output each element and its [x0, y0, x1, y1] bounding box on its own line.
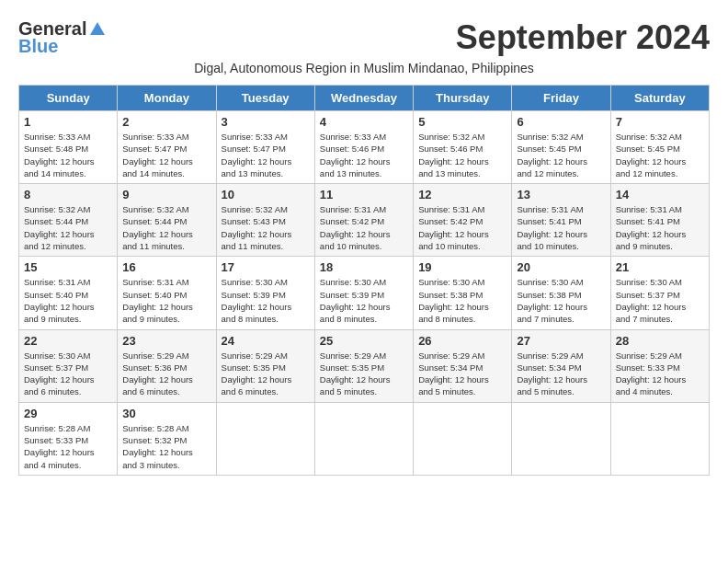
header-monday: Monday — [118, 86, 216, 111]
day-info: Sunrise: 5:30 AM Sunset: 5:38 PM Dayligh… — [517, 276, 605, 325]
day-info: Sunrise: 5:31 AM Sunset: 5:41 PM Dayligh… — [616, 203, 704, 252]
table-row: 23 Sunrise: 5:29 AM Sunset: 5:36 PM Dayl… — [118, 329, 216, 402]
header-tuesday: Tuesday — [216, 86, 314, 111]
table-row: 4 Sunrise: 5:33 AM Sunset: 5:46 PM Dayli… — [314, 111, 413, 184]
table-row: 28 Sunrise: 5:29 AM Sunset: 5:33 PM Dayl… — [610, 329, 709, 402]
calendar-week-row: 15 Sunrise: 5:31 AM Sunset: 5:40 PM Dayl… — [19, 257, 710, 329]
table-row: 1 Sunrise: 5:33 AM Sunset: 5:48 PM Dayli… — [19, 111, 118, 184]
day-number: 19 — [418, 260, 506, 274]
header-friday: Friday — [512, 86, 610, 111]
page-header: General Blue September 2024 — [18, 18, 710, 57]
day-number: 9 — [122, 188, 210, 201]
subtitle: Digal, Autonomous Region in Muslim Minda… — [18, 61, 710, 75]
table-row: 5 Sunrise: 5:32 AM Sunset: 5:46 PM Dayli… — [414, 111, 512, 184]
day-number: 28 — [616, 334, 704, 348]
table-row: 29 Sunrise: 5:28 AM Sunset: 5:33 PM Dayl… — [19, 402, 118, 475]
table-row — [314, 402, 413, 475]
table-row: 22 Sunrise: 5:30 AM Sunset: 5:37 PM Dayl… — [19, 329, 118, 402]
day-info: Sunrise: 5:29 AM Sunset: 5:35 PM Dayligh… — [222, 350, 310, 398]
header-thursday: Thursday — [414, 86, 512, 111]
table-row: 13 Sunrise: 5:31 AM Sunset: 5:41 PM Dayl… — [512, 184, 610, 257]
day-info: Sunrise: 5:30 AM Sunset: 5:38 PM Dayligh… — [418, 276, 506, 325]
day-info: Sunrise: 5:33 AM Sunset: 5:47 PM Dayligh… — [122, 131, 210, 179]
calendar-week-row: 22 Sunrise: 5:30 AM Sunset: 5:37 PM Dayl… — [19, 329, 710, 402]
day-info: Sunrise: 5:31 AM Sunset: 5:40 PM Dayligh… — [24, 276, 112, 325]
day-number: 12 — [418, 188, 506, 201]
day-info: Sunrise: 5:33 AM Sunset: 5:46 PM Dayligh… — [320, 131, 408, 179]
day-info: Sunrise: 5:29 AM Sunset: 5:34 PM Dayligh… — [418, 350, 506, 398]
day-number: 25 — [320, 334, 408, 348]
calendar-week-row: 29 Sunrise: 5:28 AM Sunset: 5:33 PM Dayl… — [19, 402, 710, 475]
header-saturday: Saturday — [610, 86, 709, 111]
table-row: 17 Sunrise: 5:30 AM Sunset: 5:39 PM Dayl… — [216, 257, 314, 329]
logo-icon — [88, 20, 107, 39]
day-info: Sunrise: 5:28 AM Sunset: 5:32 PM Dayligh… — [122, 422, 210, 471]
calendar-table: Sunday Monday Tuesday Wednesday Thursday… — [18, 85, 710, 476]
table-row: 15 Sunrise: 5:31 AM Sunset: 5:40 PM Dayl… — [19, 257, 118, 329]
day-number: 2 — [122, 115, 210, 129]
month-title: September 2024 — [456, 18, 710, 57]
table-row: 12 Sunrise: 5:31 AM Sunset: 5:42 PM Dayl… — [414, 184, 512, 257]
day-info: Sunrise: 5:32 AM Sunset: 5:45 PM Dayligh… — [616, 131, 704, 179]
table-row: 3 Sunrise: 5:33 AM Sunset: 5:47 PM Dayli… — [216, 111, 314, 184]
day-info: Sunrise: 5:33 AM Sunset: 5:48 PM Dayligh… — [24, 131, 112, 179]
day-number: 1 — [24, 115, 112, 129]
day-number: 18 — [320, 260, 408, 274]
day-number: 24 — [222, 334, 310, 348]
table-row: 30 Sunrise: 5:28 AM Sunset: 5:32 PM Dayl… — [118, 402, 216, 475]
table-row — [414, 402, 512, 475]
day-info: Sunrise: 5:32 AM Sunset: 5:44 PM Dayligh… — [122, 203, 210, 252]
day-number: 21 — [616, 260, 704, 274]
table-row: 6 Sunrise: 5:32 AM Sunset: 5:45 PM Dayli… — [512, 111, 610, 184]
day-info: Sunrise: 5:32 AM Sunset: 5:43 PM Dayligh… — [222, 203, 310, 252]
day-number: 4 — [320, 115, 408, 129]
day-number: 17 — [222, 260, 310, 274]
calendar-week-row: 1 Sunrise: 5:33 AM Sunset: 5:48 PM Dayli… — [19, 111, 710, 184]
day-info: Sunrise: 5:29 AM Sunset: 5:35 PM Dayligh… — [320, 350, 408, 398]
day-info: Sunrise: 5:31 AM Sunset: 5:42 PM Dayligh… — [320, 203, 408, 252]
logo-blue-text: Blue — [18, 36, 58, 57]
table-row: 25 Sunrise: 5:29 AM Sunset: 5:35 PM Dayl… — [314, 329, 413, 402]
day-info: Sunrise: 5:31 AM Sunset: 5:40 PM Dayligh… — [122, 276, 210, 325]
table-row: 16 Sunrise: 5:31 AM Sunset: 5:40 PM Dayl… — [118, 257, 216, 329]
day-number: 16 — [122, 260, 210, 274]
day-info: Sunrise: 5:32 AM Sunset: 5:46 PM Dayligh… — [418, 131, 506, 179]
logo: General Blue — [18, 18, 107, 57]
day-info: Sunrise: 5:30 AM Sunset: 5:39 PM Dayligh… — [320, 276, 408, 325]
day-number: 8 — [24, 188, 112, 201]
table-row: 18 Sunrise: 5:30 AM Sunset: 5:39 PM Dayl… — [314, 257, 413, 329]
header-sunday: Sunday — [19, 86, 118, 111]
day-number: 23 — [122, 334, 210, 348]
header-wednesday: Wednesday — [314, 86, 413, 111]
table-row: 7 Sunrise: 5:32 AM Sunset: 5:45 PM Dayli… — [610, 111, 709, 184]
day-info: Sunrise: 5:31 AM Sunset: 5:42 PM Dayligh… — [418, 203, 506, 252]
day-number: 15 — [24, 260, 112, 274]
table-row — [610, 402, 709, 475]
table-row: 19 Sunrise: 5:30 AM Sunset: 5:38 PM Dayl… — [414, 257, 512, 329]
day-info: Sunrise: 5:32 AM Sunset: 5:45 PM Dayligh… — [517, 131, 605, 179]
day-info: Sunrise: 5:28 AM Sunset: 5:33 PM Dayligh… — [24, 422, 112, 471]
day-number: 13 — [517, 188, 605, 201]
day-number: 5 — [418, 115, 506, 129]
day-number: 6 — [517, 115, 605, 129]
day-number: 10 — [222, 188, 310, 201]
calendar-week-row: 8 Sunrise: 5:32 AM Sunset: 5:44 PM Dayli… — [19, 184, 710, 257]
day-number: 11 — [320, 188, 408, 201]
day-number: 29 — [24, 407, 112, 420]
day-info: Sunrise: 5:29 AM Sunset: 5:33 PM Dayligh… — [616, 350, 704, 398]
day-number: 30 — [122, 407, 210, 420]
day-number: 27 — [517, 334, 605, 348]
day-info: Sunrise: 5:32 AM Sunset: 5:44 PM Dayligh… — [24, 203, 112, 252]
table-row: 26 Sunrise: 5:29 AM Sunset: 5:34 PM Dayl… — [414, 329, 512, 402]
day-info: Sunrise: 5:30 AM Sunset: 5:39 PM Dayligh… — [222, 276, 310, 325]
day-info: Sunrise: 5:30 AM Sunset: 5:37 PM Dayligh… — [616, 276, 704, 325]
table-row: 14 Sunrise: 5:31 AM Sunset: 5:41 PM Dayl… — [610, 184, 709, 257]
svg-marker-0 — [90, 22, 105, 35]
table-row: 9 Sunrise: 5:32 AM Sunset: 5:44 PM Dayli… — [118, 184, 216, 257]
day-info: Sunrise: 5:29 AM Sunset: 5:36 PM Dayligh… — [122, 350, 210, 398]
day-info: Sunrise: 5:31 AM Sunset: 5:41 PM Dayligh… — [517, 203, 605, 252]
table-row: 8 Sunrise: 5:32 AM Sunset: 5:44 PM Dayli… — [19, 184, 118, 257]
table-row — [512, 402, 610, 475]
day-number: 14 — [616, 188, 704, 201]
table-row: 20 Sunrise: 5:30 AM Sunset: 5:38 PM Dayl… — [512, 257, 610, 329]
